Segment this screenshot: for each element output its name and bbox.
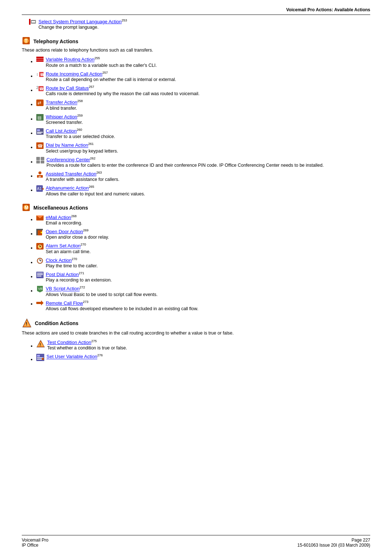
footer-left: Voicemail Pro IP Office	[22, 538, 48, 548]
svg-rect-66	[37, 355, 40, 357]
svg-rect-22	[37, 133, 41, 134]
list-item: Variable Routing Action255 Route on a ma…	[36, 56, 370, 68]
telephony-section-title: Telephony Actions	[33, 39, 78, 44]
email-link[interactable]: eMail Action	[46, 215, 71, 220]
alarm-set-link[interactable]: Alarm Set Action	[46, 243, 81, 249]
whisper-icon: ▤	[36, 114, 44, 122]
open-door-icon	[36, 229, 44, 236]
whisper-link[interactable]: Whisper Action	[46, 114, 77, 119]
svg-rect-26	[41, 157, 44, 160]
test-condition-desc: Test whether a condition is true or fals…	[47, 345, 127, 351]
list-item: A1 Alphanumeric Action265 Allows the cal…	[36, 185, 370, 196]
svg-rect-8	[36, 60, 44, 62]
dial-by-name-link[interactable]: Dial by Name Action	[46, 143, 88, 148]
email-icon	[36, 215, 44, 222]
list-item: Post Dial Action271 Play a recording to …	[36, 271, 370, 283]
whisper-ref: 259	[77, 114, 83, 117]
svg-text:VB: VB	[38, 287, 42, 291]
test-condition-icon: !	[36, 340, 45, 349]
transfer-ref: 258	[77, 99, 83, 103]
misc-item-list: eMail Action268 Email a recording.	[22, 214, 370, 311]
open-door-link[interactable]: Open Door Action	[46, 229, 83, 234]
route-incoming-desc: Route a call depending on whether the ca…	[46, 77, 176, 82]
svg-text:2: 2	[36, 86, 38, 90]
remote-call-flow-desc: Allows call flows developed elsewhere to…	[46, 306, 198, 311]
condition-section-header: ! Condition Actions	[22, 318, 370, 329]
svg-text:!: !	[26, 321, 27, 327]
condition-section-desc: These actions are used to create branche…	[22, 331, 370, 336]
svg-rect-7	[36, 58, 44, 60]
clock-desc: Play the time to the caller.	[46, 263, 98, 268]
variable-routing-link[interactable]: Variable Routing Action	[46, 57, 94, 62]
list-item: ! Test Condition Action275 Test whether …	[36, 339, 370, 351]
svg-text:!: !	[40, 343, 41, 347]
svg-rect-21	[37, 132, 43, 133]
whisper-desc: Screened transfer.	[46, 120, 83, 125]
conferencing-link[interactable]: Conferencing Center	[46, 157, 90, 162]
miscellaneous-section-header: M Miscellaneous Actions	[22, 203, 370, 213]
svg-rect-53	[37, 273, 43, 274]
remote-call-flow-link[interactable]: Remote Call Flow	[46, 300, 83, 306]
clock-ref: 270	[72, 257, 77, 261]
svg-rect-57	[36, 302, 41, 304]
clock-icon	[36, 258, 44, 265]
conferencing-desc: Provides a route for callers to enter th…	[46, 163, 324, 168]
route-incoming-link[interactable]: Route Incoming Call Action	[46, 71, 102, 77]
condition-item-list: ! Test Condition Action275 Test whether …	[22, 339, 370, 362]
svg-rect-0	[29, 19, 30, 25]
misc-section-title: Miscellaneous Actions	[33, 205, 88, 211]
conferencing-icon	[36, 157, 44, 165]
set-user-variable-link[interactable]: Set User Variable Action	[46, 354, 97, 360]
svg-text:▤: ▤	[37, 115, 41, 120]
footer-product: Voicemail Pro	[22, 538, 48, 543]
svg-rect-20	[37, 129, 40, 131]
svg-point-69	[42, 358, 44, 360]
svg-rect-55	[37, 276, 41, 276]
dial-by-name-icon: ☎	[36, 142, 44, 150]
alphanumeric-link[interactable]: Alphanumeric Action	[46, 186, 89, 191]
footer-issue: 15-601063 Issue 20I (03 March 2009)	[297, 543, 370, 548]
assisted-transfer-link[interactable]: Assisted Transfer Action	[46, 171, 96, 177]
svg-text:T: T	[25, 39, 28, 44]
select-system-prompt-link[interactable]: Select System Prompt Language Action	[38, 19, 122, 24]
route-incoming-icon: ↕ ☎	[36, 71, 44, 79]
svg-text:☎: ☎	[37, 143, 43, 149]
route-call-status-desc: Calls route is determined by why the rea…	[46, 91, 200, 96]
remote-call-flow-ref: 273	[83, 300, 89, 304]
alphanumeric-desc: Allows the caller to input text and nume…	[46, 191, 145, 197]
vb-script-ref: 272	[79, 285, 85, 289]
alarm-set-ref: 270	[81, 243, 86, 246]
route-call-status-icon: 2 ☎	[36, 85, 44, 93]
miscellaneous-section: M Miscellaneous Actions eMail Action268	[22, 203, 370, 311]
email-desc: Email a recording.	[46, 220, 82, 226]
clock-link[interactable]: Clock Action	[46, 258, 72, 263]
list-item: ⇄ Assisted Transfer Action263 A transfer…	[36, 171, 370, 182]
svg-text:↕: ↕	[36, 72, 38, 76]
alarm-set-icon	[36, 243, 44, 251]
route-call-status-link[interactable]: Route by Call Status	[46, 85, 89, 91]
list-item: eMail Action268 Email a recording.	[36, 214, 370, 226]
transfer-link[interactable]: Transfer Action	[46, 100, 77, 105]
post-dial-icon	[36, 272, 44, 279]
list-item: Call List Action260 Transfer to a user s…	[36, 128, 370, 139]
misc-section-icon: M	[22, 203, 30, 213]
post-dial-link[interactable]: Post Dial Action	[46, 272, 79, 277]
list-item: Conferencing Center262 Provides a route …	[36, 157, 370, 168]
vb-script-link[interactable]: VB Script Action	[46, 286, 79, 292]
condition-section-icon: !	[22, 318, 32, 329]
conferencing-ref: 262	[90, 157, 95, 160]
list-item: ☎ Dial by Name Action261 Select user/gro…	[36, 142, 370, 153]
svg-rect-6	[36, 57, 44, 58]
open-door-ref: 269	[83, 228, 89, 232]
assisted-transfer-ref: 263	[96, 171, 102, 174]
list-item: ▤ Whisper Action259 Screened transfer.	[36, 114, 370, 125]
alphanumeric-icon: A1	[36, 185, 44, 193]
list-item: ⇄ Transfer Action258 A blind transfer.	[36, 99, 370, 110]
test-condition-link[interactable]: Test Condition Action	[47, 340, 91, 345]
svg-text:⇄: ⇄	[38, 175, 41, 178]
variable-routing-ref: 255	[94, 56, 100, 60]
footer-company: IP Office	[22, 543, 48, 548]
condition-section-title: Condition Actions	[35, 320, 78, 326]
call-list-link[interactable]: Call List Action	[46, 128, 77, 134]
call-list-icon	[36, 128, 44, 136]
